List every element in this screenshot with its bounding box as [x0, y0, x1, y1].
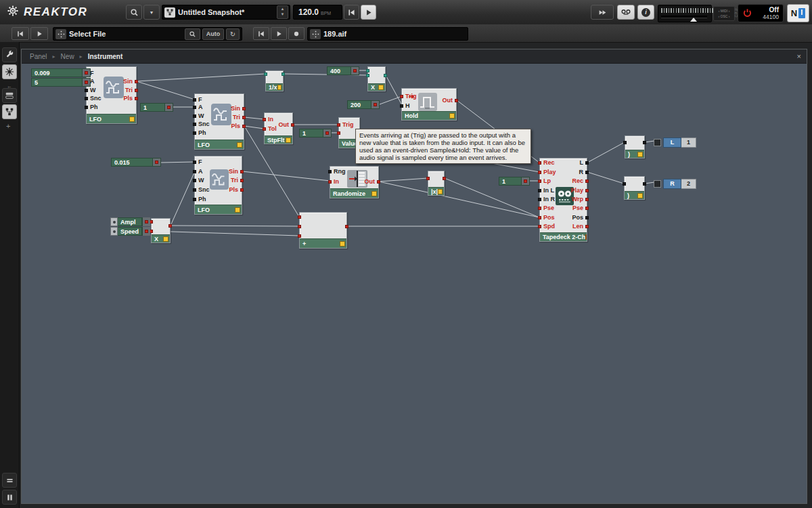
module-indicator-yellow[interactable] [371, 191, 377, 196]
port-out-pos[interactable]: Pos [572, 215, 589, 220]
port-out-wrp[interactable]: Wrp [572, 196, 589, 202]
constant-value[interactable]: 0.009 [31, 68, 91, 77]
port-out[interactable] [643, 140, 646, 145]
port-out[interactable] [168, 223, 172, 228]
module-[interactable]: ) [625, 135, 645, 158]
port-out-pls[interactable]: Pls [231, 123, 246, 129]
port-in-rec[interactable]: Rec [538, 160, 555, 165]
port-in-w[interactable]: W [85, 87, 96, 93]
module-1-x[interactable]: 1/x [265, 70, 284, 91]
port-in[interactable] [298, 233, 301, 238]
port-in-rng[interactable]: Rng [328, 169, 346, 174]
port-in[interactable] [298, 214, 301, 219]
constant-port[interactable] [371, 101, 379, 108]
constant-value[interactable]: 1 [299, 129, 332, 137]
port-in-f[interactable]: F [193, 97, 202, 102]
snapshot-stepper[interactable]: ▲▼ [277, 5, 288, 19]
port-in[interactable] [337, 130, 340, 135]
port-in[interactable] [623, 181, 626, 186]
port-out-play[interactable]: Play [570, 188, 589, 193]
player-rewind-button[interactable] [12, 27, 29, 40]
port-in[interactable] [298, 224, 301, 229]
port-in-snc[interactable]: Snc [193, 121, 210, 127]
module-lfo[interactable]: FAWSncPhSinTriPlsLFO [194, 93, 244, 150]
switch-port[interactable] [142, 217, 150, 226]
output-terminal-l[interactable]: L1 [654, 137, 696, 148]
module-randomize[interactable]: RngInOutRandomize [330, 166, 379, 198]
browse-sample-button[interactable] [185, 28, 200, 40]
port-out-pls[interactable]: Pls [229, 187, 244, 192]
port-in-w[interactable]: W [193, 113, 204, 119]
module-x[interactable]: X [151, 218, 171, 243]
port-out-tri[interactable]: Tri [233, 114, 246, 120]
port-in-f[interactable]: F [193, 159, 202, 165]
module-indicator-orange[interactable] [585, 234, 587, 240]
port-out-tri[interactable]: Tri [231, 177, 244, 183]
port-out-tri[interactable]: Tri [125, 87, 138, 93]
port-out[interactable] [384, 72, 387, 78]
rec-play-button[interactable] [271, 27, 287, 40]
close-icon[interactable]: × [797, 52, 801, 60]
port-in-ph[interactable]: Ph [85, 104, 98, 110]
auto-button[interactable]: Auto [202, 28, 224, 40]
module-indicator-yellow[interactable] [340, 241, 345, 247]
module-indicator-yellow[interactable] [129, 117, 135, 122]
port-in-ph[interactable]: Ph [193, 196, 206, 202]
constant-port[interactable] [164, 104, 173, 111]
constant-value[interactable]: 200 [347, 100, 380, 109]
port-in-in[interactable]: In [328, 179, 339, 184]
module-[interactable]: ) [624, 176, 645, 200]
port-in-w[interactable]: W [193, 177, 204, 183]
volume-slider-thumb[interactable] [690, 18, 697, 22]
transport-play-button[interactable] [361, 5, 376, 20]
output-terminal-r[interactable]: R2 [654, 179, 696, 189]
module-indicator-yellow[interactable] [637, 152, 643, 157]
port-in[interactable] [426, 175, 430, 181]
port-in-tol[interactable]: Tol [263, 126, 277, 131]
loop-button[interactable]: ↻ [226, 28, 240, 40]
constant-value[interactable]: 0.015 [111, 158, 161, 167]
port-out[interactable] [281, 71, 285, 77]
switch-led[interactable] [110, 227, 118, 236]
port-in[interactable] [623, 140, 627, 145]
port-in-ph[interactable]: Ph [193, 130, 206, 135]
module-indicator-yellow[interactable] [378, 85, 384, 90]
port-in-pos[interactable]: Pos [538, 215, 555, 220]
port-out-rec[interactable]: Rec [572, 178, 589, 184]
constant-value[interactable]: 400 [327, 66, 359, 75]
port-out[interactable] [643, 181, 646, 186]
port-out-out[interactable]: Out [365, 179, 381, 184]
port-in-h[interactable]: H [400, 103, 410, 108]
info-button[interactable]: i [637, 5, 654, 20]
module-indicator-yellow[interactable] [235, 207, 240, 213]
song-position-button[interactable] [591, 5, 614, 20]
constant-value[interactable]: 1 [499, 177, 530, 186]
module-indicator-yellow[interactable] [286, 137, 291, 143]
switch-speed[interactable]: Speed [110, 227, 150, 236]
port-out-len[interactable]: Len [572, 224, 589, 229]
port-in-trig[interactable]: Trig [337, 122, 354, 127]
port-in-lp[interactable]: Lp [538, 178, 551, 184]
properties-button[interactable] [2, 473, 17, 488]
port-in-in[interactable]: In [263, 117, 273, 122]
port-out-pse[interactable]: Pse [572, 205, 589, 211]
switch-led[interactable] [110, 217, 118, 226]
structure-view-button[interactable] [2, 104, 17, 119]
audio-engine-box[interactable]: Off 44100 [738, 4, 784, 22]
constant-value[interactable]: 1 [140, 103, 173, 112]
constant-port[interactable] [351, 67, 359, 75]
terminal-port[interactable] [654, 180, 661, 188]
switch-port[interactable] [142, 227, 150, 236]
constant-port[interactable] [82, 79, 90, 86]
player-file-field[interactable]: Select File Auto ↻ [53, 27, 242, 41]
module-indicator-yellow[interactable] [438, 189, 443, 194]
module-lfo[interactable]: FAWSncPhSinTriPlsLFO [194, 156, 242, 215]
breadcrumb-new[interactable]: New [61, 53, 74, 60]
port-in-snc[interactable]: Snc [85, 96, 102, 101]
port-out-sin[interactable]: Sin [229, 169, 244, 174]
tape-recorder-button[interactable] [617, 5, 635, 20]
port-in-in-r[interactable]: In R [538, 196, 555, 202]
port-out[interactable] [443, 175, 446, 181]
module-stpflt[interactable]: InTolOutStpFlt [264, 112, 293, 144]
module-indicator-yellow[interactable] [637, 193, 643, 198]
